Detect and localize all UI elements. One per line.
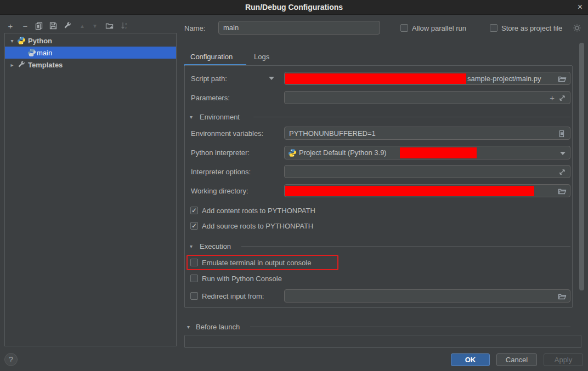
interpreter-options-input[interactable]	[284, 165, 570, 178]
emulate-terminal-checkbox[interactable]	[190, 259, 198, 266]
new-folder-icon	[105, 21, 114, 30]
store-as-project-file-label: Store as project file	[501, 24, 562, 32]
run-python-console-label: Run with Python Console	[202, 275, 282, 283]
parameters-input[interactable]: +	[284, 91, 570, 104]
python-interpreter-select[interactable]: Project Default (Python 3.9)	[284, 146, 570, 159]
gear-icon[interactable]	[573, 24, 581, 32]
python-icon	[17, 36, 26, 45]
save-configuration-button[interactable]	[48, 21, 58, 31]
add-configuration-button[interactable]: +	[5, 21, 15, 31]
store-as-project-file-checkbox[interactable]	[490, 24, 497, 32]
script-path-label: Script path:	[191, 75, 227, 83]
tree-item-label: main	[37, 49, 52, 57]
svg-text:z: z	[125, 26, 127, 30]
vertical-scrollbar-thumb[interactable]	[579, 43, 584, 290]
section-divider	[253, 117, 570, 117]
env-variables-value: PYTHONUNBUFFERED=1	[289, 127, 376, 140]
emulate-terminal-label: Emulate terminal in output console	[202, 259, 311, 267]
name-value: main	[223, 21, 239, 35]
help-button[interactable]: ?	[4, 353, 18, 366]
python-icon	[27, 48, 36, 57]
working-directory-label: Working directory:	[191, 187, 248, 195]
add-content-roots-label: Add content roots to PYTHONPATH	[202, 207, 315, 215]
chevron-right-icon[interactable]: ▸	[8, 62, 16, 68]
before-launch-task-list[interactable]	[184, 335, 581, 348]
close-icon[interactable]: ×	[578, 2, 583, 13]
section-divider	[250, 327, 570, 327]
tree-item-label: Python	[28, 37, 52, 45]
copy-configuration-button[interactable]	[34, 21, 44, 31]
tree-item-templates[interactable]: ▸ Templates	[5, 59, 176, 71]
execution-section-chevron[interactable]: ▾	[190, 243, 193, 249]
plus-icon: +	[8, 21, 13, 31]
redaction-box	[285, 73, 466, 84]
browse-variables-icon[interactable]	[557, 129, 566, 138]
sort-az-icon: az	[120, 21, 129, 30]
expand-icon[interactable]	[558, 94, 566, 102]
cancel-button[interactable]: Cancel	[496, 353, 537, 366]
dropdown-arrow-icon[interactable]	[560, 152, 566, 155]
edit-templates-button[interactable]	[63, 21, 72, 31]
copy-icon	[35, 21, 43, 30]
run-python-console-checkbox[interactable]	[190, 275, 198, 282]
dialog-titlebar: Run/Debug Configurations ×	[0, 0, 588, 15]
new-folder-button[interactable]	[105, 21, 115, 31]
before-launch-section-chevron[interactable]: ▾	[187, 324, 190, 330]
environment-section-chevron[interactable]: ▾	[190, 114, 193, 120]
chevron-down-icon[interactable]: ▾	[8, 38, 16, 44]
tree-item-label: Templates	[28, 61, 63, 69]
interpreter-options-label: Interpreter options:	[191, 168, 251, 176]
configurations-tree: ▾ Python main ▸ Templates	[4, 33, 177, 346]
redirect-input-checkbox[interactable]	[190, 292, 198, 300]
python-interpreter-label: Python interpreter:	[191, 149, 250, 157]
dialog-title: Run/Debug Configurations	[245, 3, 343, 12]
environment-section-label: Environment	[200, 113, 240, 121]
redaction-box	[400, 147, 477, 158]
env-variables-input[interactable]: PYTHONUNBUFFERED=1	[284, 127, 570, 140]
section-divider	[241, 246, 570, 247]
before-launch-section-label: Before launch	[196, 323, 240, 331]
redaction-box	[285, 186, 534, 196]
redirect-input-label: Redirect input from:	[202, 292, 264, 300]
working-directory-input[interactable]	[284, 184, 570, 197]
add-macro-icon[interactable]: +	[550, 94, 555, 102]
name-input[interactable]: main	[218, 21, 380, 35]
apply-button[interactable]: Apply	[544, 353, 583, 366]
folder-icon[interactable]	[558, 187, 567, 196]
arrow-up-icon: ▲	[80, 23, 85, 29]
python-interpreter-value: Project Default (Python 3.9)	[299, 146, 387, 159]
run-debug-configurations-dialog: Run/Debug Configurations × + − ▲ ▼ az ▾ …	[0, 0, 588, 371]
script-path-input[interactable]: sample-project/main.py	[284, 72, 570, 85]
folder-icon[interactable]	[558, 292, 567, 301]
add-source-roots-label: Add source roots to PYTHONPATH	[202, 222, 313, 230]
save-icon	[49, 21, 58, 30]
python-icon	[288, 149, 297, 157]
execution-section-label: Execution	[200, 242, 231, 250]
tree-item-python[interactable]: ▾ Python	[5, 35, 176, 47]
redirect-input-field[interactable]	[284, 289, 570, 302]
folder-icon[interactable]	[558, 75, 567, 83]
move-up-button[interactable]: ▲	[77, 21, 87, 31]
add-content-roots-checkbox[interactable]	[190, 207, 198, 214]
move-down-button[interactable]: ▼	[90, 21, 100, 31]
svg-text:a: a	[125, 22, 127, 25]
minus-icon: −	[23, 21, 28, 31]
add-source-roots-checkbox[interactable]	[190, 222, 198, 230]
wrench-icon	[17, 60, 26, 69]
arrow-down-icon: ▼	[92, 23, 98, 29]
script-path-type-dropdown-icon[interactable]	[269, 77, 274, 80]
sort-configurations-button[interactable]: az	[120, 21, 129, 31]
tree-item-main[interactable]: main	[5, 47, 176, 59]
env-variables-label: Environment variables:	[191, 129, 263, 138]
ok-button[interactable]: OK	[451, 353, 490, 366]
script-path-value: sample-project/main.py	[467, 72, 541, 85]
tab-logs[interactable]: Logs	[254, 53, 269, 61]
allow-parallel-run-checkbox[interactable]	[400, 24, 408, 32]
allow-parallel-run-label: Allow parallel run	[412, 24, 466, 32]
expand-icon[interactable]	[558, 168, 566, 176]
tab-configuration[interactable]: Configuration	[190, 53, 233, 61]
name-label: Name:	[184, 24, 205, 32]
parameters-label: Parameters:	[191, 94, 230, 102]
remove-configuration-button[interactable]: −	[20, 21, 30, 31]
wrench-icon	[63, 21, 72, 30]
